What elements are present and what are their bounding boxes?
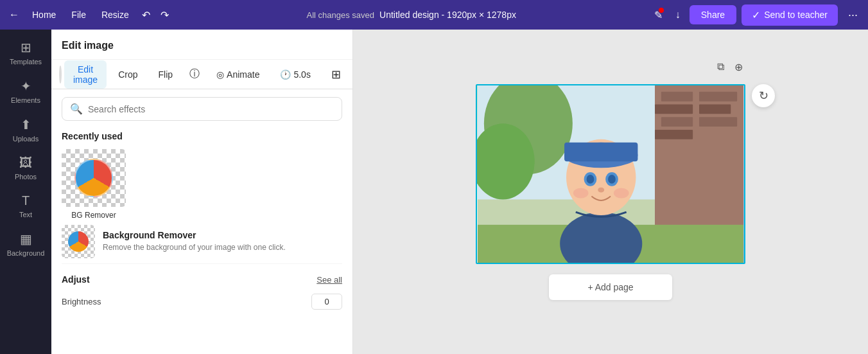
panel-title: Edit image (62, 40, 114, 51)
recently-used-label: Recently used (62, 131, 342, 141)
edit-panel: Edit image Edit image Crop Flip ⓘ ◎ Anim… (51, 30, 353, 354)
saved-status: All changes saved (307, 10, 375, 20)
resize-button[interactable]: Resize (95, 6, 135, 24)
canvas-area: ⧉ ⊕ (353, 30, 868, 354)
toolbar-right: ⊞ 🔒 🗑 (322, 64, 353, 85)
analytics-button[interactable]: ✎ (650, 5, 666, 25)
svg-rect-6 (699, 104, 731, 114)
main-area: ⊞ Templates ✦ Elements ⬆ Uploads 🖼 Photo… (0, 30, 868, 354)
edit-image-toolbar-btn[interactable]: Edit image (64, 60, 107, 89)
canvas-image[interactable] (476, 84, 745, 264)
send-teacher-label: Send to teacher (764, 10, 828, 20)
color-swatch[interactable] (59, 66, 62, 84)
svg-rect-9 (655, 130, 693, 139)
effect-desc: Remove the background of your image with… (103, 242, 342, 253)
brightness-row: Brightness (62, 290, 342, 314)
search-bar[interactable]: 🔍 (62, 97, 342, 121)
sidebar-item-label: Templates (10, 58, 42, 66)
sidebar-item-label: Text (19, 211, 32, 218)
svg-point-22 (573, 188, 589, 198)
canvas-overlay-toolbar: ⧉ ⊕ (715, 58, 745, 76)
svg-rect-4 (699, 91, 737, 101)
duplicate-canvas-button[interactable]: ⧉ (715, 58, 727, 76)
effect-name: Background Remover (103, 230, 342, 240)
sidebar-item-photos[interactable]: 🖼 Photos (3, 150, 49, 186)
effect-info: Background Remover Remove the background… (103, 230, 342, 253)
svg-point-20 (608, 174, 616, 183)
photos-icon: 🖼 (19, 155, 32, 170)
svg-rect-5 (655, 104, 693, 114)
back-button[interactable]: ← (5, 5, 23, 24)
svg-point-19 (587, 174, 595, 183)
checkmark-icon: ✓ (752, 9, 760, 21)
animate-toolbar-btn[interactable]: ◎ Animate (207, 66, 268, 84)
sidebar-item-uploads[interactable]: ⬆ Uploads (3, 112, 49, 148)
search-input[interactable] (88, 104, 334, 114)
canvas-wrapper: ⧉ ⊕ (476, 84, 745, 264)
sidebar-item-label: Background (7, 249, 45, 257)
bg-remover-image (62, 149, 126, 207)
nav-right: ✎ ↓ Share ✓ Send to teacher ··· (650, 4, 863, 26)
animate-label: Animate (227, 69, 259, 80)
add-page-button[interactable]: + Add page (549, 274, 672, 300)
flip-toolbar-btn[interactable]: Flip (150, 66, 182, 84)
notification-dot (659, 8, 664, 13)
photo-background (477, 85, 744, 263)
file-button[interactable]: File (65, 6, 92, 24)
crop-toolbar-btn[interactable]: Crop (109, 66, 146, 84)
sidebar-item-templates[interactable]: ⊞ Templates (3, 35, 49, 71)
bg-remover-card[interactable]: BG Remover (62, 149, 126, 220)
templates-icon: ⊞ (21, 40, 31, 55)
svg-point-21 (598, 187, 604, 192)
panel-content: 🔍 Recently used BG Remover Background Re… (51, 89, 352, 354)
beach-ball-graphic (74, 159, 113, 197)
background-remover-item[interactable]: Background Remover Remove the background… (62, 220, 342, 264)
share-button[interactable]: Share (690, 5, 736, 24)
download-button[interactable]: ↓ (672, 5, 684, 24)
see-all-button[interactable]: See all (317, 275, 342, 285)
kid-photo-graphic (477, 85, 744, 263)
undo-button[interactable]: ↶ (138, 5, 154, 25)
search-icon: 🔍 (70, 103, 83, 115)
design-title: Untitled design - 1920px × 1278px (379, 10, 516, 20)
svg-rect-3 (661, 91, 693, 101)
refresh-button[interactable]: ↻ (752, 84, 775, 107)
sidebar-item-elements[interactable]: ✦ Elements (3, 73, 49, 109)
text-icon: T (22, 193, 30, 208)
background-icon: ▦ (20, 231, 32, 247)
svg-point-23 (614, 188, 629, 198)
elements-icon: ✦ (21, 78, 31, 94)
add-canvas-button[interactable]: ⊕ (732, 58, 745, 76)
effect-thumb (62, 225, 95, 258)
svg-rect-7 (661, 117, 693, 127)
home-button[interactable]: Home (26, 6, 62, 24)
time-toolbar-btn[interactable]: 🕐 5.0s (271, 66, 319, 84)
redo-button[interactable]: ↷ (157, 5, 173, 25)
sidebar-item-label: Elements (11, 96, 40, 104)
info-toolbar-btn[interactable]: ⓘ (184, 64, 205, 85)
icon-sidebar: ⊞ Templates ✦ Elements ⬆ Uploads 🖼 Photo… (0, 30, 51, 354)
top-navbar: ← Home File Resize ↶ ↷ All changes saved… (0, 0, 868, 30)
animate-icon: ◎ (216, 69, 224, 80)
sidebar-item-text[interactable]: T Text (3, 188, 49, 224)
sidebar-item-background[interactable]: ▦ Background (3, 226, 49, 262)
brightness-label: Brightness (62, 297, 101, 306)
grid-view-button[interactable]: ⊞ (322, 64, 350, 85)
sidebar-item-label: Uploads (13, 135, 39, 143)
adjust-label: Adjust (62, 274, 90, 285)
secondary-toolbar: Edit image Crop Flip ⓘ ◎ Animate 🕐 5.0s … (51, 60, 352, 89)
uploads-icon: ⬆ (21, 117, 31, 132)
sidebar-item-label: Photos (15, 173, 37, 181)
clock-icon: 🕐 (280, 69, 291, 80)
nav-center: All changes saved Untitled design - 1920… (175, 10, 648, 20)
svg-rect-8 (699, 117, 737, 127)
adjust-header: Adjust See all (62, 274, 342, 285)
beach-ball-small-graphic (68, 231, 89, 252)
brightness-input[interactable] (311, 294, 342, 310)
bg-remover-label: BG Remover (62, 211, 126, 220)
svg-rect-16 (564, 142, 638, 161)
panel-header: Edit image (51, 30, 352, 60)
more-options-button[interactable]: ··· (843, 4, 863, 26)
send-to-teacher-button[interactable]: ✓ Send to teacher (742, 4, 838, 26)
time-display: 5.0s (293, 69, 310, 80)
